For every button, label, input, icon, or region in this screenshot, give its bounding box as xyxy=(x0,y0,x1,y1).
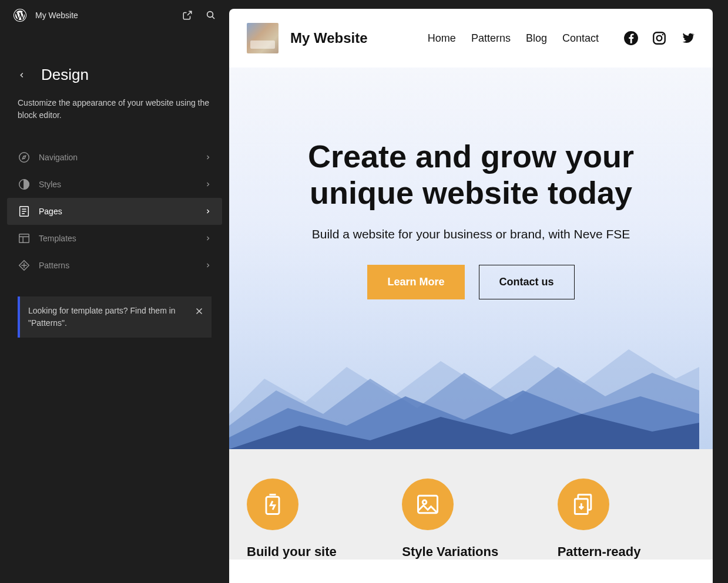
menu-item-label: Patterns xyxy=(39,261,204,270)
svg-rect-5 xyxy=(19,234,29,243)
diamond-icon xyxy=(18,259,31,272)
sidebar-top-actions xyxy=(182,10,216,21)
site-title[interactable]: My Website xyxy=(290,30,416,46)
design-menu: Navigation Styles Pages xyxy=(7,144,222,279)
feature-build: Build your site xyxy=(247,478,384,560)
sidebar-topbar: My Website xyxy=(0,0,229,31)
sidebar-item-templates[interactable]: Templates xyxy=(7,225,222,252)
svg-point-8 xyxy=(657,36,662,41)
hero-heading: Create and grow your unique website toda… xyxy=(266,138,677,211)
sidebar-item-pages[interactable]: Pages xyxy=(7,198,222,225)
design-header: Design xyxy=(18,66,212,84)
editor-sidebar: My Website Design Customize the appearan… xyxy=(0,0,229,583)
mountains-illustration xyxy=(229,308,699,449)
facebook-icon[interactable] xyxy=(623,31,639,46)
sidebar-item-styles[interactable]: Styles xyxy=(7,171,222,198)
instagram-icon[interactable] xyxy=(652,31,667,46)
hero-section: Create and grow your unique website toda… xyxy=(229,68,713,449)
sidebar-body: Design Customize the appearance of your … xyxy=(0,31,229,338)
svg-point-12 xyxy=(423,500,427,504)
features-section: Build your site Style Variations Pattern… xyxy=(229,449,713,560)
contact-us-button[interactable]: Contact us xyxy=(479,265,575,299)
compass-icon xyxy=(18,151,31,164)
menu-item-label: Pages xyxy=(39,207,204,216)
feature-title: Style Variations xyxy=(402,544,539,560)
chevron-right-icon xyxy=(204,208,212,215)
image-icon xyxy=(402,478,454,530)
primary-nav: Home Patterns Blog Contact xyxy=(428,31,695,46)
section-title: Design xyxy=(41,66,89,84)
download-file-icon xyxy=(558,478,609,530)
battery-charge-icon xyxy=(247,478,298,530)
page-icon xyxy=(18,205,31,218)
social-icons xyxy=(623,31,695,46)
hero-subtext: Build a website for your business or bra… xyxy=(253,227,689,241)
preview-wrap: My Website Home Patterns Blog Contact xyxy=(229,0,728,583)
chevron-right-icon xyxy=(204,154,212,161)
layout-icon xyxy=(18,232,31,245)
twitter-icon[interactable] xyxy=(680,31,695,46)
half-circle-icon xyxy=(18,178,31,191)
svg-point-9 xyxy=(662,34,664,36)
nav-contact[interactable]: Contact xyxy=(562,32,599,45)
svg-point-1 xyxy=(207,12,213,18)
sidebar-site-name[interactable]: My Website xyxy=(35,11,174,20)
menu-item-label: Navigation xyxy=(39,153,204,162)
sidebar-item-navigation[interactable]: Navigation xyxy=(7,144,222,171)
menu-item-label: Styles xyxy=(39,180,204,189)
wordpress-logo-icon[interactable] xyxy=(13,8,27,22)
nav-blog[interactable]: Blog xyxy=(526,32,547,45)
chevron-right-icon xyxy=(204,235,212,242)
site-header: My Website Home Patterns Blog Contact xyxy=(229,9,713,68)
hero-buttons: Learn More Contact us xyxy=(253,265,689,299)
learn-more-button[interactable]: Learn More xyxy=(367,265,464,299)
site-preview[interactable]: My Website Home Patterns Blog Contact xyxy=(229,9,713,583)
chevron-right-icon xyxy=(204,181,212,188)
close-icon[interactable] xyxy=(194,306,204,316)
open-site-icon[interactable] xyxy=(182,10,193,21)
feature-pattern: Pattern-ready xyxy=(558,478,695,560)
site-logo[interactable] xyxy=(247,23,279,53)
back-chevron-icon[interactable] xyxy=(18,71,26,79)
nav-patterns[interactable]: Patterns xyxy=(471,32,511,45)
nav-home[interactable]: Home xyxy=(428,32,456,45)
section-description: Customize the appearance of your website… xyxy=(18,97,212,122)
sidebar-item-patterns[interactable]: Patterns xyxy=(7,252,222,279)
svg-point-2 xyxy=(19,153,29,163)
template-parts-notice: Looking for template parts? Find them in… xyxy=(18,296,212,338)
notice-text: Looking for template parts? Find them in… xyxy=(28,305,189,329)
chevron-right-icon xyxy=(204,262,212,269)
feature-title: Pattern-ready xyxy=(558,544,695,560)
menu-item-label: Templates xyxy=(39,234,204,243)
feature-title: Build your site xyxy=(247,544,384,560)
feature-style: Style Variations xyxy=(402,478,539,560)
search-icon[interactable] xyxy=(206,10,216,21)
